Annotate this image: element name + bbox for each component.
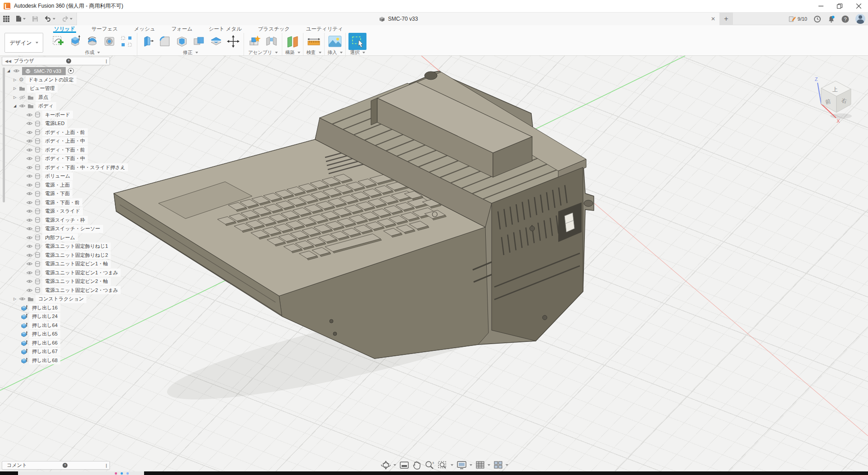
undo-button[interactable] [41,13,59,25]
group-label-construct[interactable]: 構築 [285,50,300,55]
eye-icon[interactable] [26,261,33,266]
eye-icon[interactable] [26,235,33,240]
minimize-button[interactable] [811,0,830,13]
tab-solid[interactable]: ソリッド [53,25,76,33]
group-label-assemble[interactable]: アセンブリ [247,50,279,55]
browser-item-body[interactable]: ボディ・上面・中 [26,137,88,145]
browser-root-row[interactable]: ◢ SMC-70 v33 [6,67,74,75]
browser-item-folder[interactable]: ▷ビュー管理 [13,84,58,93]
revolve-tool[interactable] [85,34,100,49]
browser-item-body[interactable]: 電源ユニット固定ピン1・つまみ [26,269,121,277]
eye-icon[interactable] [26,279,33,284]
viewports-tool[interactable] [493,461,508,470]
shell-tool[interactable] [174,34,190,49]
create-sketch-tool[interactable] [50,34,66,49]
app-grid-icon[interactable] [0,13,13,25]
eye-icon[interactable] [26,191,33,196]
zoom-tool[interactable]: ± [425,461,434,470]
eye-icon[interactable] [26,156,33,161]
browser-item-body[interactable]: 内部フレーム [26,233,78,242]
viewport-canvas[interactable]: 上 前 右 Z X ◀◀ ブラウザ + ❙ ◢ SMC-70 v33 ▷⚙ドキュ… [0,56,868,471]
eye-icon[interactable] [26,174,33,179]
eye-icon[interactable] [26,165,33,170]
tab-form[interactable]: フォーム [171,25,194,33]
browser-item-body[interactable]: 電源・下面 [26,189,72,198]
group-label-inspect[interactable]: 検査 [306,50,321,55]
browser-item-feature[interactable]: 押し出し67 [21,347,60,356]
browser-item-body[interactable]: ボディ・上面・前 [26,128,88,137]
extrude-tool[interactable] [68,34,83,49]
help-icon[interactable]: ? [841,15,849,23]
browser-item-feature[interactable]: 押し出し65 [21,330,60,338]
pattern-tool[interactable] [119,34,134,49]
browser-item-body[interactable]: 電源・上面 [26,181,72,189]
user-avatar[interactable] [855,14,865,24]
group-label-modify[interactable]: 修正 [140,50,241,55]
browser-options-icon[interactable]: + [66,58,71,63]
browser-item-body[interactable]: ボディ・下面・前 [26,146,88,154]
add-comment-icon[interactable]: + [63,463,68,468]
close-button[interactable] [849,0,868,13]
smc70-model[interactable] [114,71,594,418]
save-button[interactable] [29,13,41,25]
document-tab[interactable]: SMC-70 v33 [77,13,719,25]
browser-resize-grip[interactable]: ❙ [103,59,109,63]
restore-button[interactable] [830,0,849,13]
browser-item-folder[interactable]: ▷原点 [13,93,51,102]
browser-item-feature[interactable]: 押し出し16 [21,304,60,312]
browser-item-body[interactable]: 電源・下面・前 [26,198,82,207]
power-switch-rocker[interactable] [565,213,574,232]
move-tool[interactable] [226,34,241,49]
eye-icon[interactable] [19,103,26,108]
browser-item-body[interactable]: 電源LED [26,119,67,128]
eye-icon[interactable] [26,270,33,275]
expanded-icon[interactable]: ◢ [13,104,17,108]
pan-tool[interactable] [412,461,421,470]
history-clock-icon[interactable] [814,15,821,23]
browser-item-body[interactable]: 電源ユニット固定ピン1・軸 [26,260,111,268]
document-tab-close-icon[interactable]: ✕ [710,15,717,22]
hole-tool[interactable] [102,34,117,49]
browser-item-body[interactable]: 電源スイッチ・シーソー [26,224,103,233]
browser-item-body[interactable]: ボリューム [26,172,73,180]
select-tool[interactable] [348,33,366,50]
job-status-button[interactable]: 9/10 [789,16,807,22]
browser-scrollbar[interactable] [3,67,5,202]
eye-icon[interactable] [26,218,33,223]
file-menu-button[interactable] [13,13,29,25]
browser-collapse-icon[interactable]: ◀◀ [5,59,11,63]
group-label-create[interactable]: 作成 [50,50,134,55]
browser-item-body[interactable]: ボディ・下面・中・スライド押さえ [26,163,128,172]
fillet-tool[interactable] [157,34,172,49]
look-at-tool[interactable] [399,461,409,470]
collapsed-icon[interactable]: ▷ [13,78,17,82]
eye-icon[interactable] [26,209,33,214]
browser-item-body[interactable]: 電源・スライド [26,207,83,215]
press-pull-tool[interactable] [140,34,155,49]
eye-icon[interactable] [26,288,33,293]
redo-button[interactable] [59,13,76,25]
browser-item-body[interactable]: 電源ユニット固定ピン2・軸 [26,277,111,286]
eye-icon[interactable] [26,183,33,188]
eye-icon[interactable] [26,139,33,143]
new-component-tool[interactable] [247,34,262,49]
measure-tool[interactable] [306,34,321,49]
eye-hidden-icon[interactable] [19,95,26,100]
browser-item-body[interactable]: 電源スイッチ・枠 [26,216,88,224]
tab-mesh[interactable]: メッシュ [133,25,156,33]
viewcube-top-label[interactable]: 上 [832,86,838,93]
tab-sheetmetal[interactable]: シート メタル [208,25,243,33]
eye-icon[interactable] [26,244,33,249]
eye-icon[interactable] [26,148,33,152]
browser-item-body[interactable]: 電源ユニット固定飾りねじ1 [26,242,111,251]
eye-icon[interactable] [26,112,33,117]
collapsed-icon[interactable]: ▷ [13,86,17,90]
comment-panel-header[interactable]: コメント + ❙ [2,461,110,470]
browser-item-body[interactable]: 電源ユニット固定ピン2・つまみ [26,286,121,295]
eye-icon[interactable] [13,68,20,73]
browser-item-settings[interactable]: ▷⚙ドキュメントの設定 [13,76,77,84]
eye-icon[interactable] [19,296,26,301]
group-label-insert[interactable]: 挿入 [327,50,343,55]
eye-icon[interactable] [26,130,33,135]
collapsed-icon[interactable]: ▷ [13,297,17,301]
